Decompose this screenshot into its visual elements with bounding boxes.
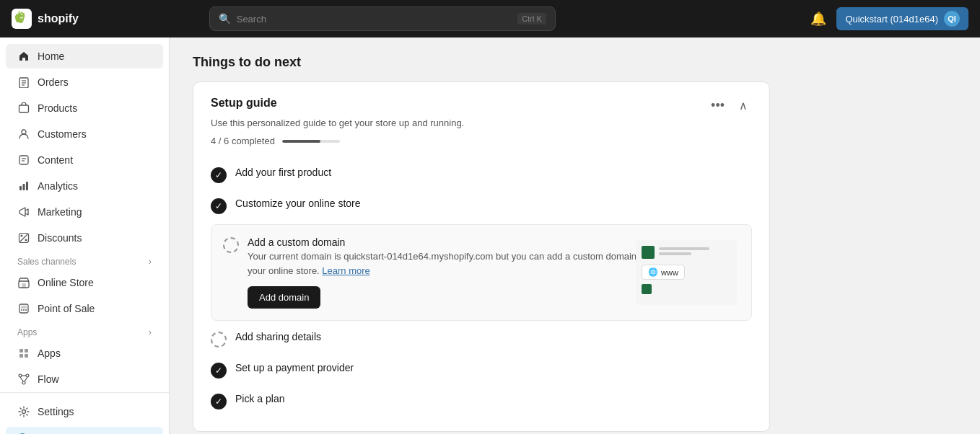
sidebar-item-content[interactable]: Content (6, 148, 163, 172)
svg-rect-12 (26, 182, 28, 190)
chevron-up-icon: ∧ (739, 99, 748, 112)
customers-icon (17, 128, 30, 141)
step-payment-provider[interactable]: ✓ Set up a payment provider (211, 355, 752, 386)
step-pick-plan[interactable]: ✓ Pick a plan (211, 386, 752, 417)
sales-channels-section[interactable]: Sales channels › (6, 251, 163, 270)
sidebar: Home Orders Products Customers Content (0, 37, 170, 434)
www-label: www (661, 268, 678, 277)
search-input[interactable] (237, 14, 512, 25)
add-domain-button[interactable]: Add domain (248, 286, 320, 309)
learn-more-link[interactable]: Learn more (322, 265, 369, 276)
svg-rect-11 (23, 184, 25, 190)
apps-section[interactable]: Apps › (6, 322, 163, 340)
sidebar-item-settings[interactable]: Settings (6, 399, 163, 424)
svg-line-33 (25, 377, 27, 381)
step-customize-store[interactable]: ✓ Customize your online store (211, 190, 752, 221)
svg-rect-10 (19, 186, 22, 190)
domain-card-inner: 🌐 www (636, 240, 737, 305)
sidebar-label-flow: Flow (38, 373, 59, 385)
step-title-plan: Pick a plan (235, 393, 752, 404)
step-pending-icon (223, 237, 239, 253)
svg-point-30 (22, 381, 25, 384)
collapse-button[interactable]: ∧ (735, 97, 752, 114)
sidebar-label-apps: Apps (38, 347, 61, 359)
setup-card-title: Setup guide (211, 97, 277, 110)
step-sharing-details[interactable]: Add sharing details (211, 324, 752, 355)
step-pending-icon-2 (211, 332, 227, 347)
non-transferable-badge[interactable]: i Non-transferable (6, 427, 163, 434)
domain-lines (659, 247, 731, 255)
sidebar-item-customers[interactable]: Customers (6, 122, 163, 146)
svg-point-14 (25, 239, 27, 242)
svg-rect-26 (19, 354, 23, 358)
orders-icon (17, 76, 30, 89)
sidebar-label-marketing: Marketing (38, 206, 82, 218)
step-completed-icon-3: ✓ (211, 363, 227, 378)
sidebar-label-products: Products (38, 102, 77, 114)
search-bar[interactable]: 🔍 Ctrl K (209, 6, 556, 31)
domain-line-2 (659, 252, 691, 255)
step-title-customize: Customize your online store (235, 198, 752, 209)
setup-card-title-group: Setup guide (211, 97, 277, 110)
step-completed-icon: ✓ (211, 167, 227, 183)
globe-icon: 🌐 (648, 267, 658, 277)
step-content-sharing: Add sharing details (235, 331, 752, 344)
topnav: shopify 🔍 Ctrl K 🔔 Quickstart (014d1e64)… (0, 0, 980, 37)
step-title-sharing: Add sharing details (235, 331, 752, 342)
store-icon (17, 276, 30, 289)
progress-bar-fill (282, 140, 321, 143)
apps-icon (17, 347, 30, 360)
settings-icon (17, 405, 30, 418)
progress-text: 4 / 6 completed (211, 136, 275, 146)
products-icon (17, 102, 30, 115)
step-content-customize: Customize your online store (235, 198, 752, 211)
svg-point-6 (22, 130, 26, 134)
sidebar-item-orders[interactable]: Orders (6, 70, 163, 94)
notification-button[interactable]: 🔔 (808, 8, 829, 30)
domain-bottom-row (642, 284, 731, 294)
domain-top-row (642, 246, 731, 259)
domain-green-square (642, 246, 655, 259)
brand-name: shopify (38, 12, 79, 25)
main-content: Things to do next Setup guide ••• ∧ Use … (170, 37, 980, 434)
sidebar-item-products[interactable]: Products (6, 96, 163, 120)
step-custom-domain[interactable]: Add a custom domain Your current domain … (211, 224, 752, 321)
sales-channels-label: Sales channels (17, 257, 76, 267)
sidebar-item-online-store[interactable]: Online Store (6, 270, 163, 295)
sidebar-label-customers: Customers (38, 128, 87, 140)
sidebar-item-apps[interactable]: Apps (6, 341, 163, 366)
domain-www-box: 🌐 www (642, 265, 685, 280)
flow-icon (17, 373, 30, 386)
pos-icon (17, 302, 30, 315)
sidebar-item-marketing[interactable]: Marketing (6, 200, 163, 224)
sidebar-item-discounts[interactable]: Discounts (6, 226, 163, 250)
progress-row: 4 / 6 completed (211, 136, 752, 146)
account-button[interactable]: Quickstart (014d1e64) QI (836, 7, 968, 30)
shopify-logo[interactable]: shopify (12, 9, 79, 29)
step-content-plan: Pick a plan (235, 393, 752, 406)
step-add-product[interactable]: ✓ Add your first product (211, 159, 752, 190)
setup-card-subtitle: Use this personalized guide to get your … (211, 118, 752, 128)
topnav-right: 🔔 Quickstart (014d1e64) QI (808, 7, 968, 30)
account-label: Quickstart (014d1e64) (845, 14, 938, 25)
svg-point-28 (19, 374, 22, 377)
sidebar-label-discounts: Discounts (38, 232, 82, 244)
page-title: Things to do next (193, 55, 957, 70)
step-completed-icon-2: ✓ (211, 198, 227, 214)
search-shortcut: Ctrl K (517, 13, 546, 25)
step-content-payment: Set up a payment provider (235, 362, 752, 375)
step-content-add-product: Add your first product (235, 167, 752, 180)
marketing-icon (17, 205, 30, 218)
setup-card-actions: ••• ∧ (706, 97, 752, 115)
sidebar-item-home[interactable]: Home (6, 44, 163, 68)
svg-rect-20 (21, 306, 27, 309)
sidebar-item-pos[interactable]: Point of Sale (6, 296, 163, 321)
more-options-button[interactable]: ••• (706, 97, 729, 115)
progress-bar-track (282, 140, 340, 143)
main-layout: Home Orders Products Customers Content (0, 37, 980, 434)
chevron-icon: › (149, 257, 152, 267)
sidebar-label-settings: Settings (38, 406, 74, 417)
discounts-icon (17, 231, 30, 244)
sidebar-item-flow[interactable]: Flow (6, 367, 163, 391)
sidebar-item-analytics[interactable]: Analytics (6, 174, 163, 198)
